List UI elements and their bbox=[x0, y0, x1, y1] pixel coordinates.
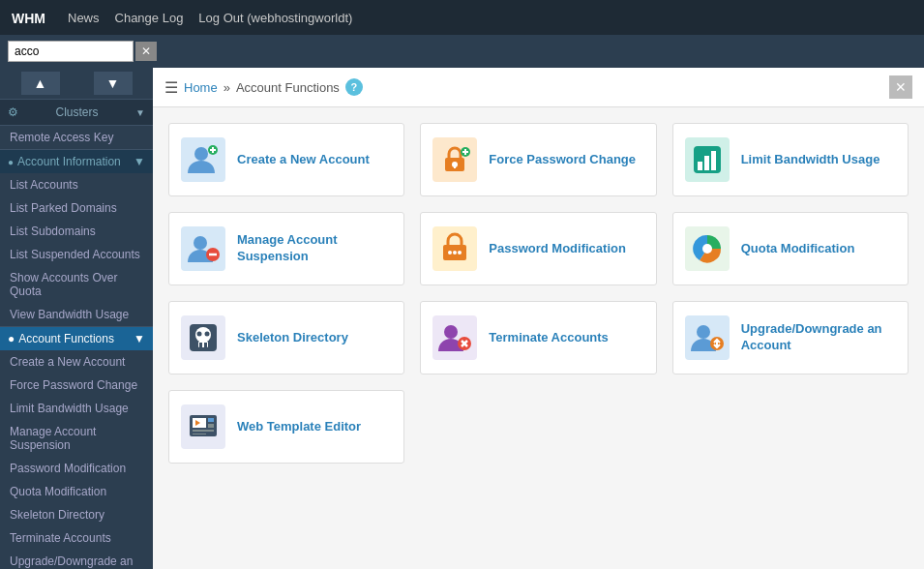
svg-rect-13 bbox=[698, 162, 702, 170]
clusters-label: Clusters bbox=[56, 105, 99, 119]
account-functions-arrow: ▼ bbox=[134, 332, 145, 345]
svg-point-32 bbox=[444, 325, 458, 339]
breadcrumb-bar: ☰ Home » Account Functions ? ✕ bbox=[153, 68, 924, 107]
sidebar-scroll-down[interactable]: ▼ bbox=[94, 72, 133, 95]
breadcrumb-current: Account Functions bbox=[236, 80, 340, 95]
password-modification-label: Password Modification bbox=[489, 241, 626, 257]
password-modification-icon bbox=[432, 226, 477, 271]
force-password-change-icon bbox=[432, 137, 477, 182]
quota-modification-label: Quota Modification bbox=[741, 241, 855, 257]
svg-rect-8 bbox=[454, 165, 456, 168]
card-create-new-account[interactable]: Create a New Account bbox=[168, 123, 404, 196]
search-bar: ✕ bbox=[0, 35, 924, 68]
svg-point-20 bbox=[448, 251, 452, 255]
functions-grid: Create a New Account Force Password Cha bbox=[153, 107, 924, 479]
svg-rect-44 bbox=[193, 434, 206, 434]
sidebar-item-quota-modification[interactable]: Quota Modification bbox=[0, 480, 153, 503]
svg-point-22 bbox=[458, 251, 462, 255]
svg-point-31 bbox=[205, 332, 210, 337]
web-template-editor-icon bbox=[181, 404, 225, 449]
sidebar-account-functions-header[interactable]: ● Account Functions ▼ bbox=[0, 326, 153, 350]
sidebar-account-information[interactable]: ● Account Information ▼ bbox=[0, 149, 153, 173]
account-information-arrow: ▼ bbox=[134, 155, 145, 168]
sidebar-clusters-header[interactable]: ⚙ Clusters ▼ bbox=[0, 100, 153, 125]
create-new-account-icon bbox=[181, 137, 225, 182]
sidebar-item-manage-account-suspension[interactable]: Manage Account Suspension bbox=[0, 420, 153, 457]
search-clear-button[interactable]: ✕ bbox=[135, 42, 157, 61]
skeleton-directory-icon bbox=[181, 315, 225, 360]
web-template-editor-label: Web Template Editor bbox=[237, 419, 361, 435]
card-terminate-accounts[interactable]: Terminate Accounts bbox=[420, 301, 656, 374]
card-upgrade-downgrade-account[interactable]: Upgrade/Downgrade an Account bbox=[672, 301, 909, 374]
sidebar-scroll-up[interactable]: ▲ bbox=[21, 72, 60, 95]
breadcrumb-separator: » bbox=[224, 80, 230, 95]
account-functions-label: Account Functions bbox=[18, 332, 134, 345]
svg-rect-42 bbox=[208, 424, 214, 428]
main-layout: ▲ ▼ ⚙ Clusters ▼ Remote Access Key ● Acc… bbox=[0, 68, 924, 569]
manage-account-suspension-icon bbox=[181, 226, 225, 271]
terminate-accounts-label: Terminate Accounts bbox=[489, 330, 609, 346]
sidebar-item-create-new-account[interactable]: Create a New Account bbox=[0, 350, 153, 374]
svg-rect-41 bbox=[208, 418, 214, 422]
svg-rect-28 bbox=[199, 343, 202, 347]
skeleton-directory-label: Skeleton Directory bbox=[237, 330, 348, 346]
sidebar-item-list-accounts[interactable]: List Accounts bbox=[0, 173, 153, 196]
content-area: ☰ Home » Account Functions ? ✕ bbox=[153, 68, 924, 569]
sidebar: ▲ ▼ ⚙ Clusters ▼ Remote Access Key ● Acc… bbox=[0, 68, 153, 569]
upgrade-downgrade-icon bbox=[685, 315, 730, 360]
search-input[interactable] bbox=[8, 41, 134, 62]
create-new-account-label: Create a New Account bbox=[237, 152, 370, 168]
sidebar-item-password-modification[interactable]: Password Modification bbox=[0, 457, 153, 480]
sidebar-item-list-subdomains[interactable]: List Subdomains bbox=[0, 220, 153, 243]
sidebar-item-remote-access-key[interactable]: Remote Access Key bbox=[0, 126, 153, 149]
force-password-change-label: Force Password Change bbox=[489, 152, 636, 168]
content-close-button[interactable]: ✕ bbox=[889, 75, 912, 99]
terminate-accounts-icon bbox=[432, 315, 477, 360]
card-quota-modification[interactable]: Quota Modification bbox=[672, 212, 909, 285]
svg-point-2 bbox=[194, 147, 208, 161]
quota-modification-icon bbox=[685, 226, 730, 271]
manage-account-suspension-label: Manage Account Suspension bbox=[237, 232, 392, 265]
nav-news[interactable]: News bbox=[68, 11, 100, 25]
sidebar-nav-buttons: ▲ ▼ bbox=[0, 68, 153, 100]
clusters-arrow: ▼ bbox=[135, 107, 145, 118]
sidebar-item-limit-bandwidth-usage[interactable]: Limit Bandwidth Usage bbox=[0, 397, 153, 420]
breadcrumb-home[interactable]: Home bbox=[184, 80, 218, 95]
whm-logo: WHM bbox=[10, 6, 48, 29]
card-limit-bandwidth-usage[interactable]: Limit Bandwidth Usage bbox=[672, 123, 909, 196]
card-manage-account-suspension[interactable]: Manage Account Suspension bbox=[168, 212, 404, 285]
sidebar-item-view-bandwidth-usage[interactable]: View Bandwidth Usage bbox=[0, 303, 153, 326]
sidebar-item-list-suspended-accounts[interactable]: List Suspended Accounts bbox=[0, 243, 153, 266]
hamburger-icon[interactable]: ☰ bbox=[164, 78, 178, 97]
upgrade-downgrade-label: Upgrade/Downgrade an Account bbox=[741, 321, 896, 354]
svg-point-36 bbox=[697, 325, 710, 339]
top-navigation: WHM News Change Log Log Out (webhostingw… bbox=[0, 0, 924, 35]
svg-point-21 bbox=[453, 251, 457, 255]
clusters-icon: ⚙ bbox=[8, 105, 18, 119]
svg-rect-15 bbox=[711, 151, 716, 170]
nav-logout[interactable]: Log Out (webhostingworldt) bbox=[198, 11, 352, 25]
card-skeleton-directory[interactable]: Skeleton Directory bbox=[168, 301, 404, 374]
account-information-label: Account Information bbox=[17, 155, 134, 168]
card-password-modification[interactable]: Password Modification bbox=[420, 212, 656, 285]
svg-point-24 bbox=[702, 244, 712, 254]
card-force-password-change[interactable]: Force Password Change bbox=[420, 123, 656, 196]
sidebar-item-list-parked-domains[interactable]: List Parked Domains bbox=[0, 196, 153, 220]
svg-point-16 bbox=[194, 236, 207, 250]
svg-rect-29 bbox=[204, 343, 207, 347]
nav-changelog[interactable]: Change Log bbox=[115, 11, 184, 25]
card-web-template-editor[interactable]: Web Template Editor bbox=[168, 390, 404, 464]
sidebar-item-show-accounts-over-quota[interactable]: Show Accounts Over Quota bbox=[0, 266, 153, 303]
sidebar-item-skeleton-directory[interactable]: Skeleton Directory bbox=[0, 503, 153, 526]
svg-rect-43 bbox=[193, 430, 214, 432]
sidebar-item-terminate-accounts[interactable]: Terminate Accounts bbox=[0, 526, 153, 550]
sidebar-section-clusters: ⚙ Clusters ▼ bbox=[0, 100, 153, 126]
sidebar-item-upgrade-downgrade-account[interactable]: Upgrade/Downgrade an Account bbox=[0, 550, 153, 569]
svg-text:WHM: WHM bbox=[12, 11, 45, 26]
help-icon[interactable]: ? bbox=[345, 78, 363, 96]
svg-point-30 bbox=[197, 332, 202, 337]
sidebar-item-force-password-change[interactable]: Force Password Change bbox=[0, 374, 153, 397]
svg-rect-14 bbox=[704, 156, 709, 170]
account-information-icon: ● bbox=[8, 157, 14, 167]
account-functions-icon: ● bbox=[8, 332, 15, 345]
